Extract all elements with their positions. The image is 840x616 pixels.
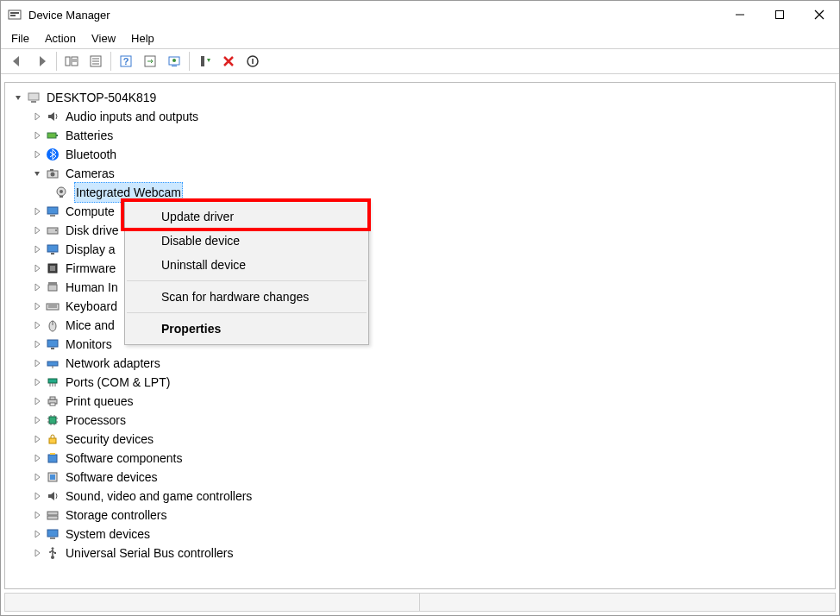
app-icon [8, 8, 22, 22]
tree-item-label[interactable]: Human In [66, 278, 118, 297]
svg-rect-62 [50, 475, 55, 480]
tree-item-label[interactable]: Compute [66, 202, 115, 221]
tree-item-label[interactable]: Batteries [66, 126, 113, 145]
expand-icon[interactable] [31, 205, 43, 217]
expand-icon[interactable] [31, 471, 43, 483]
svg-text:?: ? [123, 56, 129, 66]
software-device-icon [45, 469, 60, 485]
tree-item-label[interactable]: Processors [66, 411, 126, 430]
tree-item-label[interactable]: Audio inputs and outputs [66, 107, 198, 126]
add-hardware-button[interactable] [193, 51, 216, 72]
tree-item-label[interactable]: Monitors [66, 335, 112, 354]
expand-icon[interactable] [31, 224, 43, 236]
tree-item-label[interactable]: Mice and [66, 316, 115, 335]
ctx-uninstall-device[interactable]: Uninstall device [125, 253, 368, 277]
ctx-disable-device[interactable]: Disable device [125, 229, 368, 253]
collapse-icon[interactable] [31, 167, 43, 179]
tree-item-label[interactable]: Disk drive [66, 221, 118, 240]
collapse-icon[interactable] [12, 91, 24, 104]
expand-icon[interactable] [31, 281, 43, 293]
tree-item-label[interactable]: Firmware [66, 259, 116, 278]
svg-rect-39 [51, 253, 54, 255]
tree-item-label[interactable]: Security devices [66, 430, 154, 449]
bluetooth-icon [45, 147, 60, 162]
svg-rect-21 [201, 56, 204, 66]
menu-help[interactable]: Help [131, 32, 154, 45]
expand-icon[interactable] [31, 110, 43, 123]
tree-item-label[interactable]: Sound, video and game controllers [66, 487, 252, 506]
uninstall-button[interactable] [217, 51, 240, 72]
context-menu-separator [127, 280, 367, 281]
expand-icon[interactable] [31, 490, 43, 502]
svg-rect-34 [47, 207, 58, 214]
battery-icon [45, 128, 60, 143]
expand-icon[interactable] [31, 357, 43, 369]
tree-item-label[interactable]: Print queues [66, 392, 134, 411]
expand-icon[interactable] [31, 452, 43, 464]
monitor-icon [45, 336, 60, 352]
svg-rect-26 [56, 135, 58, 136]
expand-icon[interactable] [31, 148, 43, 160]
expand-icon[interactable] [31, 243, 43, 255]
expand-icon[interactable] [31, 433, 43, 445]
display-icon [45, 242, 60, 257]
expand-icon[interactable] [31, 509, 43, 521]
menu-action[interactable]: Action [45, 32, 76, 45]
minimize-button[interactable] [720, 1, 760, 28]
tree-item-label[interactable]: Display a [66, 240, 116, 259]
expand-icon[interactable] [31, 414, 43, 426]
tree-item-label[interactable]: Storage controllers [66, 506, 167, 525]
tree-item-label[interactable]: System devices [66, 525, 150, 544]
network-icon [45, 355, 60, 371]
expand-icon[interactable] [31, 319, 43, 331]
disk-icon [45, 223, 60, 238]
expand-icon[interactable] [31, 547, 43, 559]
svg-rect-7 [66, 57, 70, 66]
expand-icon[interactable] [31, 129, 43, 141]
tree-item-label[interactable]: Universal Serial Bus controllers [66, 544, 234, 563]
svg-rect-58 [49, 438, 56, 443]
expand-icon[interactable] [31, 262, 43, 274]
expand-icon[interactable] [31, 528, 43, 540]
forward-button[interactable] [30, 51, 53, 72]
expand-icon[interactable] [31, 395, 43, 407]
help-button[interactable]: ? [115, 51, 137, 72]
maximize-button[interactable] [760, 1, 799, 28]
ctx-update-driver[interactable]: Update driver [125, 204, 368, 229]
tree-item-label[interactable]: Software components [66, 449, 182, 468]
expand-icon[interactable] [31, 300, 43, 312]
svg-rect-33 [60, 196, 63, 198]
action-button[interactable] [139, 51, 161, 72]
show-hidden-button[interactable] [60, 51, 83, 72]
expand-icon[interactable] [31, 338, 43, 350]
tree-item-label[interactable]: Software devices [66, 468, 158, 487]
svg-rect-49 [47, 340, 58, 347]
tree-item-label[interactable]: Ports (COM & LPT) [66, 373, 170, 392]
tree-item-label[interactable]: Cameras [66, 164, 115, 183]
disable-button[interactable] [241, 51, 264, 72]
processor-icon [45, 412, 60, 428]
expand-icon[interactable] [31, 376, 43, 388]
mouse-icon [45, 317, 60, 333]
storage-icon [45, 507, 60, 523]
usb-icon [45, 545, 60, 561]
svg-rect-55 [50, 397, 55, 399]
tree-root-label[interactable]: DESKTOP-504K819 [47, 88, 156, 107]
svg-rect-50 [51, 348, 54, 349]
menu-file[interactable]: File [11, 32, 29, 45]
svg-point-37 [55, 229, 57, 231]
back-button[interactable] [6, 51, 28, 72]
close-button[interactable] [799, 1, 839, 28]
svg-rect-53 [48, 379, 57, 383]
tree-item-label[interactable]: Keyboard [66, 297, 117, 316]
ctx-properties[interactable]: Properties [125, 317, 368, 341]
tree-item-label[interactable]: Bluetooth [66, 145, 116, 164]
svg-rect-23 [28, 93, 39, 100]
svg-point-67 [51, 556, 54, 559]
tree-item-label[interactable]: Network adapters [66, 354, 160, 373]
scan-button[interactable] [163, 51, 185, 72]
ctx-scan-hardware[interactable]: Scan for hardware changes [125, 285, 368, 309]
menu-view[interactable]: View [91, 32, 116, 45]
properties-button[interactable] [85, 51, 107, 72]
svg-rect-56 [50, 403, 55, 405]
